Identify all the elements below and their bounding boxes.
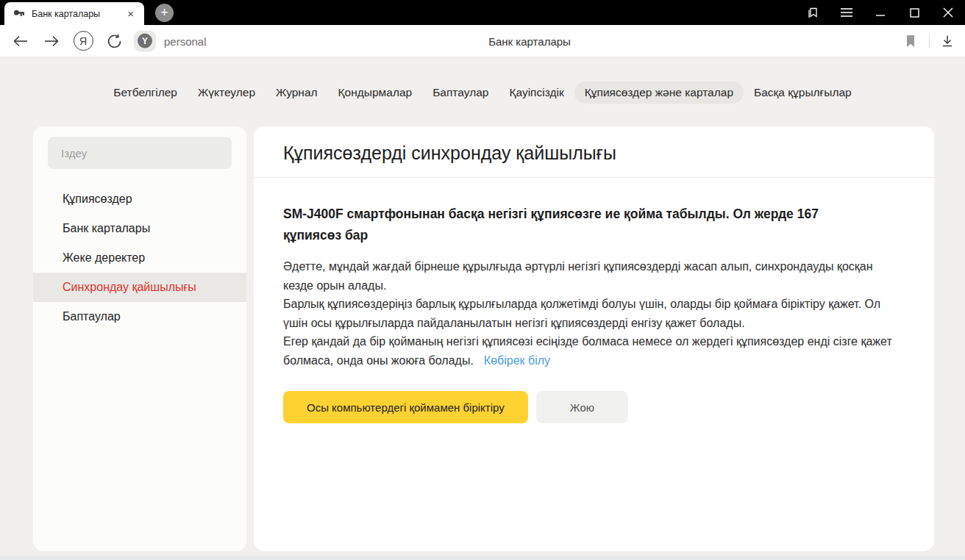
download-icon (940, 34, 955, 49)
passwords-key-icon (13, 8, 25, 20)
main-header: Құпиясөздерді синхрондау қайшылығы (254, 126, 934, 178)
tab-close-icon[interactable]: × (124, 7, 137, 21)
bookmark-button[interactable] (899, 29, 922, 53)
window-controls (796, 0, 965, 25)
action-buttons: Осы компьютердегі қоймамен біріктіру Жою (283, 391, 905, 423)
bookmark-flag-icon (904, 34, 917, 49)
profile-avatar: Y (134, 30, 156, 51)
window-close-icon (943, 7, 953, 18)
description-paragraph-3: Егер қандай да бір қойманың негізгі құпи… (283, 332, 905, 370)
yandex-logo-icon: Я (74, 31, 93, 51)
page-heading: Құпиясөздерді синхрондау қайшылығы (283, 143, 905, 164)
back-button[interactable] (9, 29, 32, 53)
profile-avatar-icon: Y (138, 34, 152, 49)
merge-with-local-storage-button[interactable]: Осы компьютердегі қоймамен біріктіру (283, 391, 528, 423)
maximize-icon (910, 8, 919, 18)
window-bottom-edge (0, 556, 965, 560)
nav-tab-settings[interactable]: Баптаулар (422, 82, 499, 104)
address-bar-title[interactable]: Банк карталары (488, 35, 571, 47)
nav-tab-history[interactable]: Журнал (266, 82, 328, 104)
nav-tab-bookmarks[interactable]: Бетбелгілер (103, 82, 188, 104)
browser-toolbar: Я Y personal Банк карталары (0, 25, 965, 57)
browser-titlebar: Банк карталары × + (0, 0, 965, 25)
sidebar-items: Құпиясөздер Банк карталары Жеке деректер… (33, 184, 246, 331)
learn-more-link[interactable]: Көбірек білу (484, 354, 550, 367)
nav-tab-security[interactable]: Қауіпсіздік (499, 82, 574, 104)
maximize-button[interactable] (897, 0, 931, 25)
sidebar-item-sync-conflict[interactable]: Синхрондау қайшылығы (33, 273, 246, 302)
toolbar-divider (929, 34, 930, 49)
refresh-button[interactable] (103, 29, 127, 53)
description-paragraph-2: Барлық құпиясөздеріңіз барлық құрылғылар… (283, 295, 905, 332)
tab-title: Банк карталары (32, 9, 124, 19)
bookmarks-panel-icon (805, 5, 820, 20)
nav-tab-extensions[interactable]: Қондырмалар (328, 82, 423, 104)
main-panel: Құпиясөздерді синхрондау қайшылығы SM-J4… (254, 126, 934, 551)
window-close-button[interactable] (931, 0, 965, 25)
browser-tab[interactable]: Банк карталары × (4, 2, 144, 25)
downloads-button[interactable] (936, 29, 959, 53)
sidebar-item-personal-data[interactable]: Жеке деректер (33, 243, 246, 273)
profile-badge[interactable]: Y personal (134, 30, 207, 51)
settings-sidebar: Құпиясөздер Банк карталары Жеке деректер… (33, 126, 246, 551)
new-tab-button[interactable]: + (155, 4, 174, 22)
bookmarks-panel-button[interactable] (796, 0, 830, 25)
settings-nav-tabs: Бетбелгілер Жүктеулер Журнал Қондырмалар… (0, 82, 965, 104)
back-arrow-icon (12, 34, 29, 49)
forward-button[interactable] (40, 29, 63, 53)
minimize-icon (875, 7, 886, 18)
yandex-logo-button[interactable]: Я (71, 29, 95, 53)
menu-icon (840, 7, 853, 18)
description-paragraph-1: Әдетте, мұндай жағдай бірнеше құрылғыда … (283, 257, 905, 295)
conflict-description: Әдетте, мұндай жағдай бірнеше құрылғыда … (283, 257, 905, 370)
delete-button[interactable]: Жою (536, 391, 628, 423)
nav-tab-other-devices[interactable]: Басқа құрылғылар (744, 82, 862, 104)
minimize-button[interactable] (863, 0, 897, 25)
refresh-icon (107, 33, 123, 49)
sidebar-item-passwords[interactable]: Құпиясөздер (33, 184, 246, 214)
sync-conflict-content: SM-J400F смартфонынан басқа негізгі құпи… (254, 178, 934, 423)
search-input[interactable] (48, 137, 232, 169)
nav-tab-passwords-and-cards[interactable]: Құпиясөздер және карталар (574, 82, 744, 104)
nav-tab-downloads[interactable]: Жүктеулер (188, 82, 266, 104)
sidebar-item-bank-cards[interactable]: Банк карталары (33, 214, 246, 243)
profile-label: personal (164, 35, 207, 47)
plus-icon: + (160, 5, 168, 21)
forward-arrow-icon (43, 34, 60, 49)
browser-menu-button[interactable] (830, 0, 863, 25)
conflict-alert-heading: SM-J400F смартфонынан басқа негізгі құпи… (283, 204, 879, 246)
sidebar-item-settings[interactable]: Баптаулар (33, 302, 246, 331)
